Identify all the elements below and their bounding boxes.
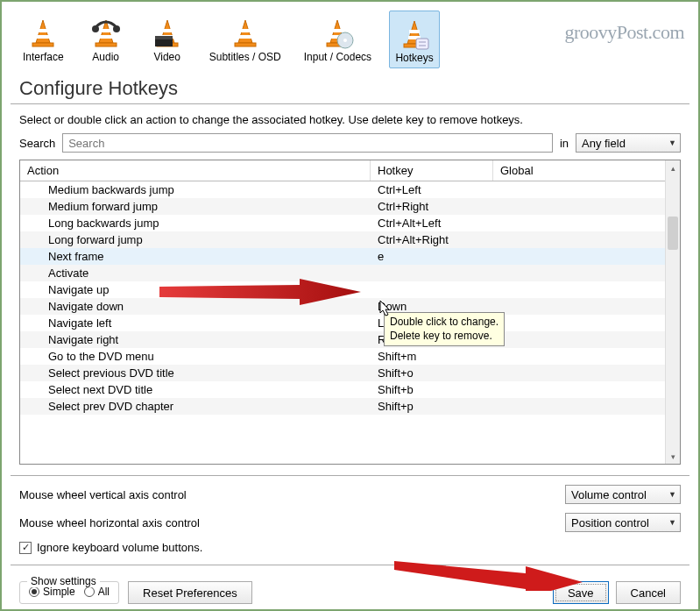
tab-label: Audio — [92, 51, 119, 63]
svg-point-25 — [343, 39, 347, 42]
table-row[interactable]: Medium forward jumpCtrl+Right — [20, 198, 680, 215]
cell-hotkey: Shift+o — [371, 366, 493, 380]
tab-label: Input / Codecs — [304, 51, 371, 63]
svg-rect-1 — [38, 29, 48, 32]
cell-action: Next frame — [20, 249, 371, 264]
ignore-kb-volume-label: Ignore keyboard volume buttons. — [37, 541, 202, 554]
svg-rect-6 — [100, 35, 112, 39]
cell-global — [493, 256, 680, 258]
table-row[interactable]: Medium backwards jumpCtrl+Left — [20, 181, 680, 198]
radio-all-label: All — [98, 586, 110, 598]
radio-dot-icon — [29, 586, 39, 597]
cell-global — [493, 189, 680, 191]
mouse-wheel-horizontal-label: Mouse wheel horizontal axis control — [19, 516, 200, 529]
svg-marker-33 — [159, 279, 361, 305]
mouse-wheel-vertical-dropdown[interactable]: Volume control ▼ — [565, 485, 681, 504]
cell-action: Navigate left — [20, 316, 371, 330]
svg-point-8 — [92, 25, 99, 32]
table-header: Action Hotkey Global — [20, 160, 680, 181]
chevron-down-icon: ▼ — [668, 490, 676, 499]
scroll-down-icon[interactable]: ▾ — [666, 449, 680, 464]
cell-hotkey: Shift+m — [371, 349, 493, 364]
col-hotkey[interactable]: Hotkey — [371, 160, 493, 181]
cell-hotkey — [371, 289, 493, 291]
cell-action: Select prev DVD chapter — [20, 399, 371, 414]
svg-rect-3 — [32, 43, 53, 46]
page-title: Configure Hotkeys — [19, 77, 689, 100]
svg-rect-30 — [416, 39, 428, 49]
radio-simple-label: Simple — [43, 586, 75, 598]
cell-hotkey — [371, 273, 493, 274]
chevron-down-icon: ▼ — [668, 518, 676, 527]
cell-hotkey: Ctrl+Alt+Right — [371, 232, 493, 247]
reset-preferences-button[interactable]: Reset Preferences — [128, 581, 252, 604]
mouse-wheel-vertical-row: Mouse wheel vertical axis control Volume… — [19, 485, 681, 504]
search-scope-dropdown[interactable]: Any field ▼ — [576, 133, 681, 153]
cancel-button[interactable]: Cancel — [616, 581, 681, 604]
col-global[interactable]: Global — [493, 160, 680, 181]
annotation-arrow-icon — [159, 279, 361, 305]
tab-video[interactable]: Video — [143, 11, 192, 67]
cell-global — [493, 356, 680, 358]
table-row[interactable]: Go to the DVD menuShift+m — [20, 348, 680, 365]
table-row[interactable]: Long forward jumpCtrl+Alt+Right — [20, 231, 680, 248]
cell-action: Long backwards jump — [20, 216, 371, 231]
svg-rect-19 — [235, 43, 256, 46]
table-row[interactable]: Navigate rightRight — [20, 331, 680, 348]
table-row[interactable]: Long backwards jumpCtrl+Alt+Left — [20, 215, 680, 231]
search-input[interactable] — [62, 133, 553, 153]
svg-marker-34 — [394, 561, 583, 591]
hotkey-tooltip: Double click to change. Delete key to re… — [384, 312, 505, 346]
svg-rect-7 — [95, 43, 117, 46]
scroll-up-icon[interactable]: ▴ — [666, 160, 680, 175]
mouse-wheel-horizontal-dropdown[interactable]: Position control ▼ — [565, 513, 681, 532]
cell-action: Select next DVD title — [20, 382, 371, 397]
divider — [11, 565, 689, 565]
cell-action: Select previous DVD title — [20, 366, 371, 380]
radio-all[interactable]: All — [84, 586, 110, 598]
svg-point-9 — [113, 25, 120, 32]
radio-simple[interactable]: Simple — [29, 586, 75, 598]
ignore-kb-volume-checkbox[interactable] — [19, 542, 32, 554]
scroll-thumb[interactable] — [668, 217, 678, 250]
svg-rect-27 — [409, 30, 420, 33]
cell-global — [493, 306, 680, 308]
cell-global — [493, 223, 680, 224]
tab-subtitles-osd[interactable]: Subtitles / OSD — [204, 11, 286, 67]
cone-disc-icon — [318, 14, 357, 51]
cell-global — [493, 239, 680, 241]
table-row[interactable]: Select previous DVD titleShift+o — [20, 365, 680, 381]
cell-hotkey: Ctrl+Left — [371, 182, 493, 197]
svg-rect-5 — [101, 29, 111, 32]
table-row[interactable]: Navigate leftLeft — [20, 315, 680, 331]
vertical-scrollbar[interactable]: ▴ ▾ — [665, 160, 680, 464]
table-row[interactable]: Select prev DVD chapterShift+p — [20, 398, 680, 415]
svg-rect-17 — [240, 29, 251, 32]
show-settings-group: Show settings Simple All — [19, 581, 119, 604]
cell-hotkey: e — [371, 249, 493, 264]
search-in-label: in — [560, 137, 569, 150]
tab-input-codecs[interactable]: Input / Codecs — [299, 11, 377, 67]
tab-audio[interactable]: Audio — [81, 11, 131, 67]
col-action[interactable]: Action — [20, 160, 371, 181]
table-row[interactable]: Select next DVD titleShift+b — [20, 381, 680, 398]
cell-global — [493, 389, 680, 391]
cell-global — [493, 323, 680, 324]
instructions-text: Select or double click an action to chan… — [19, 113, 681, 126]
cursor-icon — [378, 299, 394, 320]
cell-global — [493, 406, 680, 408]
tab-label: Interface — [23, 51, 64, 63]
hotkeys-table: Action Hotkey Global Medium backwards ju… — [19, 160, 681, 465]
search-label: Search — [19, 137, 55, 150]
tab-label: Video — [153, 51, 180, 63]
tab-hotkeys[interactable]: Hotkeys — [389, 11, 440, 68]
cone-keys-icon — [395, 15, 434, 52]
cell-global — [493, 373, 680, 374]
cone-icon — [24, 14, 62, 51]
cone-icon — [226, 14, 265, 51]
tab-interface[interactable]: Interface — [18, 11, 69, 67]
cell-global — [493, 289, 680, 291]
tab-label: Subtitles / OSD — [209, 51, 281, 63]
mouse-wheel-vertical-value: Volume control — [571, 488, 647, 501]
table-row[interactable]: Next framee — [20, 248, 680, 265]
